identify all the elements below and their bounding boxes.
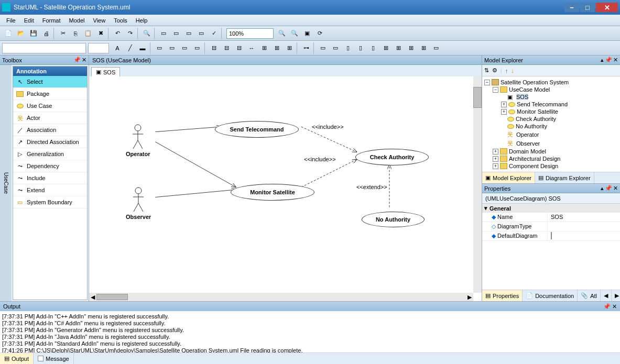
menu-help[interactable]: Help: [132, 16, 152, 25]
up-icon[interactable]: ↑: [505, 68, 508, 74]
font-color-button[interactable]: A: [112, 42, 123, 54]
delete-button[interactable]: ✖: [95, 28, 106, 39]
menu-format[interactable]: Format: [38, 16, 65, 25]
usecase-monitor[interactable]: Monitor Satellite: [231, 184, 314, 201]
undo-button[interactable]: ↶: [112, 28, 123, 39]
dist-6[interactable]: ⊞: [380, 42, 391, 54]
tab-scroll-right[interactable]: ▶: [612, 290, 620, 301]
dist-5[interactable]: ▯: [367, 42, 379, 54]
diagram-canvas[interactable]: Check --> Check --> Check --> Operator O…: [89, 76, 473, 293]
tool-c[interactable]: ▭: [183, 28, 194, 39]
menu-tools[interactable]: Tools: [110, 16, 132, 25]
toolbox-item-package[interactable]: Package: [13, 88, 87, 100]
actor-operator[interactable]: Operator: [126, 124, 150, 157]
align-2[interactable]: ▭: [166, 42, 178, 54]
toolbox-item-directed[interactable]: ↗Directed Association: [13, 136, 87, 148]
toolbox-item-association[interactable]: ／Association: [13, 124, 87, 136]
tab-diagram-explorer[interactable]: ▤Diagram Explorer: [535, 172, 594, 183]
output-close-icon[interactable]: ✕: [612, 303, 617, 310]
dist-1[interactable]: ▭: [317, 42, 329, 54]
dist-3[interactable]: ▯: [342, 42, 354, 54]
tab-attachments[interactable]: 📎Atl: [578, 290, 601, 301]
filter-icon[interactable]: ⚙: [492, 67, 497, 74]
line-style-button[interactable]: ╱: [124, 42, 136, 54]
menu-edit[interactable]: Edit: [20, 16, 38, 25]
tab-properties[interactable]: ▤Properties: [482, 290, 523, 301]
print-button[interactable]: 🖨: [40, 28, 52, 39]
open-button[interactable]: 📂: [15, 28, 27, 39]
arrange-6[interactable]: ⊞: [271, 42, 282, 54]
arrange-3[interactable]: ⊟: [233, 42, 245, 54]
size-combo[interactable]: [88, 43, 109, 53]
zoom-in-button[interactable]: 🔍: [289, 28, 300, 39]
tab-documentation[interactable]: 📄Documentation: [523, 290, 578, 301]
explorer-collapse-icon[interactable]: ▴: [601, 57, 604, 63]
expand-toggle[interactable]: +: [493, 149, 498, 155]
default-diagram-checkbox[interactable]: [551, 232, 552, 239]
menu-view[interactable]: View: [89, 16, 110, 25]
sort-icon[interactable]: ⇅: [484, 67, 489, 74]
dist-10[interactable]: ▭: [430, 42, 442, 54]
arrange-5[interactable]: ⊞: [258, 42, 270, 54]
prop-row-name[interactable]: ◆ NameSOS: [482, 213, 620, 222]
toolbox-item-generalization[interactable]: ▷Generalization: [13, 148, 87, 160]
tool-a[interactable]: ▭: [158, 28, 169, 39]
toolbox-item-usecase[interactable]: Use Case: [13, 100, 87, 112]
props-collapse-icon[interactable]: ▴: [601, 185, 604, 192]
minimize-button[interactable]: −: [564, 3, 579, 12]
tool-b[interactable]: ▭: [170, 28, 182, 39]
props-close-icon[interactable]: ✕: [613, 185, 618, 192]
copy-button[interactable]: ⎘: [70, 28, 81, 39]
arrange-1[interactable]: ⊟: [208, 42, 220, 54]
zoom-reset-button[interactable]: ⟳: [314, 28, 325, 39]
explorer-pin-icon[interactable]: 📌: [605, 57, 612, 63]
tab-output[interactable]: ▤Output: [0, 353, 34, 364]
link-button[interactable]: ⊶: [300, 42, 312, 54]
close-panel-icon[interactable]: ✕: [82, 57, 86, 63]
properties-category[interactable]: ▾General: [482, 204, 620, 213]
zoom-combo[interactable]: [226, 28, 274, 39]
expand-toggle[interactable]: +: [501, 109, 507, 115]
model-tree[interactable]: −Satellite Operation System −UseCase Mod…: [482, 76, 620, 172]
usecase-check[interactable]: Check Authority: [355, 149, 429, 166]
dist-7[interactable]: ⊞: [393, 42, 404, 54]
tool-d[interactable]: ▭: [195, 28, 207, 39]
dist-9[interactable]: ⊞: [418, 42, 429, 54]
toolbox-item-actor[interactable]: 웃Actor: [13, 112, 87, 124]
actor-observer[interactable]: Observer: [126, 186, 151, 220]
arrange-2[interactable]: ⊟: [221, 42, 232, 54]
paste-button[interactable]: 📋: [82, 28, 94, 39]
hscrollbar[interactable]: ◀▶: [89, 293, 473, 301]
expand-toggle[interactable]: −: [484, 80, 490, 85]
align-4[interactable]: ▭: [191, 42, 203, 54]
tab-message[interactable]: Message: [34, 353, 74, 364]
maximize-button[interactable]: □: [580, 3, 595, 12]
toolbox-item-extend[interactable]: ⤳Extend: [13, 184, 87, 196]
expand-toggle[interactable]: +: [493, 156, 498, 162]
expand-toggle[interactable]: +: [493, 163, 498, 169]
arrange-4[interactable]: ↔: [246, 42, 257, 54]
expand-toggle[interactable]: −: [493, 87, 498, 93]
prop-row-defaultdiagram[interactable]: ◆ DefaultDiagram: [482, 231, 620, 241]
dist-2[interactable]: ▭: [330, 42, 341, 54]
redo-button[interactable]: ↷: [124, 28, 136, 39]
usecase-noauth[interactable]: No Authority: [362, 212, 425, 227]
output-body[interactable]: [7:37:31 PM] Add-In "C++ AddIn" menu is …: [0, 311, 620, 352]
output-pin-icon[interactable]: 📌: [603, 303, 611, 310]
tab-model-explorer[interactable]: ▣Model Explorer: [482, 172, 535, 183]
close-button[interactable]: ✕: [596, 3, 618, 12]
usecase-send[interactable]: Send Telecommand: [215, 121, 299, 138]
vscrollbar[interactable]: [473, 76, 482, 293]
expand-toggle[interactable]: +: [501, 102, 507, 107]
font-combo[interactable]: [2, 43, 86, 53]
fill-button[interactable]: ▬: [137, 42, 148, 54]
tool-e[interactable]: ✓: [208, 28, 220, 39]
dist-4[interactable]: ▯: [355, 42, 366, 54]
cut-button[interactable]: ✂: [57, 28, 69, 39]
props-pin-icon[interactable]: 📌: [605, 185, 612, 192]
toolbox-item-dependency[interactable]: ⤳Dependency: [13, 160, 87, 172]
toolbox-item-select[interactable]: ↖Select: [13, 76, 87, 88]
pin-icon[interactable]: 📌: [73, 57, 81, 63]
arrange-7[interactable]: ⊞: [284, 42, 295, 54]
align-3[interactable]: ▭: [179, 42, 190, 54]
